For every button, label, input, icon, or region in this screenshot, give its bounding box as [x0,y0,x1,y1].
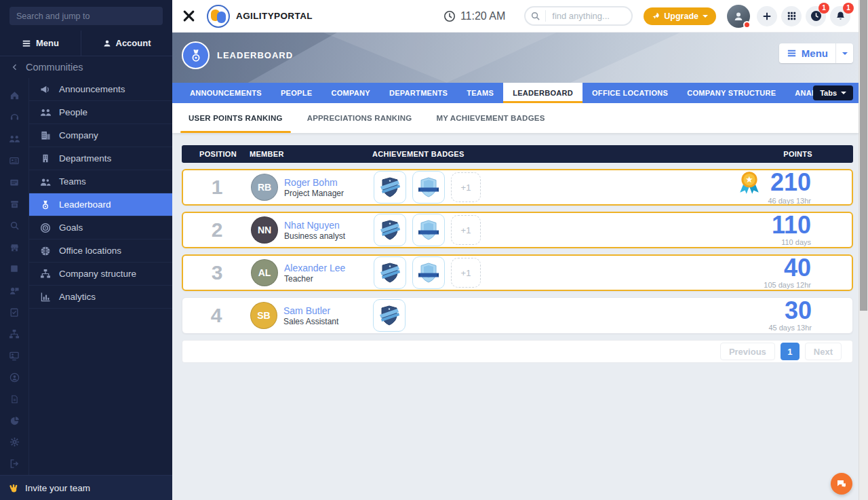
member-avatar[interactable]: AL [251,259,278,286]
rail-sitemap-button[interactable] [0,323,28,345]
sidebar-tab-account[interactable]: Account [81,31,172,56]
badge-list: +1 [374,171,696,204]
communities-back[interactable]: Communities [0,56,172,78]
sidebar-item-analytics[interactable]: Analytics [29,286,172,309]
logout-icon [9,459,20,469]
rail-screen-share-button[interactable] [0,345,28,366]
scrollbar-thumb[interactable] [860,0,867,311]
globe-icon [39,246,52,256]
sidebar-item-label: Leaderboard [59,199,111,210]
rail-home-button[interactable] [0,85,28,107]
shield-banner-badge[interactable] [412,214,445,246]
position-number: 3 [183,261,251,284]
tab-company-structure[interactable]: COMPANY STRUCTURE [677,83,785,103]
communities-label: Communities [26,62,83,73]
rail-task-board-button[interactable] [0,301,28,323]
subtab-my-achievement-badges[interactable]: MY ACHIEVEMENT BADGES [428,103,553,133]
member-name[interactable]: Alexander Lee [284,263,345,273]
sidebar-search-input[interactable] [9,7,163,25]
member-avatar[interactable]: RB [251,174,278,201]
rail-people-group-button[interactable] [0,128,28,150]
sidebar-item-teams[interactable]: Teams [29,170,172,193]
app: Menu Account Communities AnnouncementsPe… [0,0,868,500]
rail-pie-chart-button[interactable] [0,410,28,431]
sidebar-item-people[interactable]: People [29,101,172,124]
more-badges-chip[interactable]: +1 [451,215,481,245]
tab-departments[interactable]: DEPARTMENTS [380,83,457,103]
sidebar-item-departments[interactable]: Departments [29,147,172,170]
member-name[interactable]: Roger Bohm [284,177,344,188]
member-cell: SB Sam Butler Sales Assistant [250,302,373,329]
department-building-icon [39,153,52,164]
sidebar: Menu Account Communities AnnouncementsPe… [0,0,172,500]
apps-grid-button[interactable] [781,6,802,26]
shield-banner-badge[interactable] [412,171,445,204]
shield-ribbon-badge[interactable] [374,256,406,289]
tab-teams[interactable]: TEAMS [457,83,503,103]
sidebar-item-office-locations[interactable]: Office locations [29,239,172,263]
member-avatar[interactable]: SB [250,302,277,329]
tab-leaderboard[interactable]: LEADERBOARD [503,83,583,103]
vertical-scrollbar[interactable] [859,0,868,500]
tab-announcements[interactable]: ANNOUNCEMENTS [180,83,271,103]
rail-store-button[interactable] [0,237,28,258]
subtab-user-points-ranking[interactable]: USER POINTS RANKING [180,103,291,133]
close-icon[interactable] [182,9,196,23]
sidebar-tab-menu[interactable]: Menu [0,31,81,56]
rail-news-card-button[interactable] [0,172,28,193]
chat-button[interactable] [831,473,852,495]
header-menu-caret-button[interactable] [835,43,853,63]
sitemap-icon [39,269,52,279]
sidebar-item-announcements[interactable]: Announcements [29,78,172,101]
agilityportal-logo-icon[interactable] [207,5,230,28]
table-body: 1 RB Roger Bohm Project Manager +1 ★ 210… [182,169,853,334]
rail-chat-user-button[interactable] [0,280,28,301]
shield-ribbon-badge[interactable] [374,171,406,204]
rail-gear-button[interactable] [0,431,28,453]
topbar-actions: 11 [753,6,850,26]
search-icon [9,220,20,231]
global-search-input[interactable] [546,11,620,21]
sidebar-item-company-structure[interactable]: Company structure [29,263,172,286]
tab-company[interactable]: COMPANY [321,83,380,103]
more-badges-chip[interactable]: +1 [451,258,481,288]
rail-square-button[interactable] [0,258,28,280]
shield-ribbon-badge[interactable] [373,299,406,332]
tabs-dropdown-button[interactable]: Tabs [813,85,853,100]
rail-headset-button[interactable] [0,107,28,128]
shield-ribbon-badge[interactable] [374,214,406,246]
clock-solid-button[interactable]: 1 [806,6,826,26]
bell-button[interactable]: 1 [830,6,850,26]
sidebar-item-company[interactable]: Company [29,124,172,147]
tab-office-locations[interactable]: OFFICE LOCATIONS [583,83,677,103]
previous-page-button[interactable]: Previous [720,343,775,360]
member-name[interactable]: Nhat Nguyen [284,220,345,231]
home-icon [9,90,20,100]
sidebar-item-goals[interactable]: Goals [29,216,172,239]
more-badges-chip[interactable]: +1 [451,172,481,202]
upgrade-button[interactable]: Upgrade [644,7,716,25]
column-points: POINTS [697,150,853,158]
member-name[interactable]: Sam Butler [283,305,338,316]
plus-button[interactable] [757,6,777,26]
rail-document-button[interactable] [0,388,28,410]
rail-logout-button[interactable] [0,453,28,475]
company-building-icon [39,130,52,140]
subtab-appreciations-ranking[interactable]: APPRECIATIONS RANKING [299,103,420,133]
next-page-button[interactable]: Next [805,343,842,360]
position-number: 4 [182,304,250,327]
header-menu-button[interactable]: Menu [779,43,835,63]
tab-people[interactable]: PEOPLE [271,83,321,103]
member-avatar[interactable]: NN [251,216,278,244]
rail-search-button[interactable] [0,215,28,237]
current-page-button[interactable]: 1 [781,343,800,360]
invite-team-button[interactable]: Invite your team [0,475,172,500]
rail-user-circle-button[interactable] [0,366,28,388]
sidebar-item-leaderboard[interactable]: Leaderboard [29,193,172,216]
rail-archive-button[interactable] [0,193,28,215]
user-avatar[interactable] [727,5,750,28]
shield-banner-badge[interactable] [412,256,445,289]
store-icon [9,243,20,252]
caret-down-icon [841,92,846,94]
rail-id-card-button[interactable] [0,150,28,172]
